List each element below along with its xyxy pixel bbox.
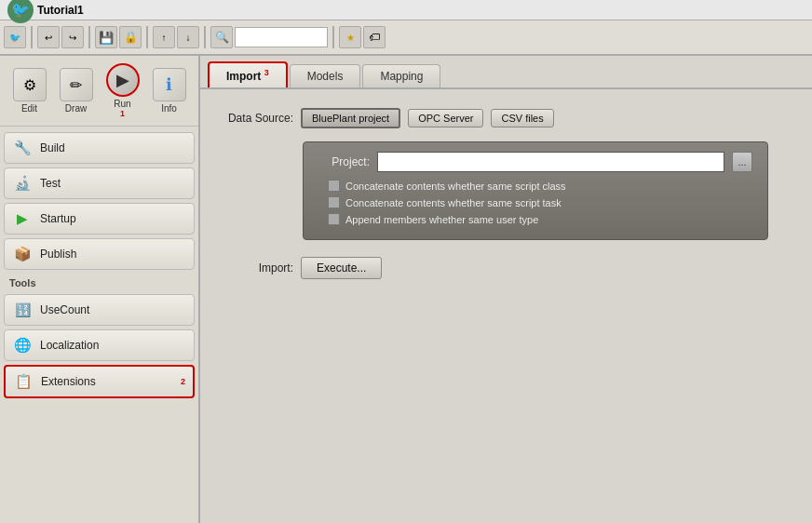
execute-button[interactable]: Execute...	[301, 257, 382, 279]
info-button[interactable]: Info	[149, 68, 190, 114]
tab-import[interactable]: Import 3	[208, 61, 288, 87]
build-icon	[12, 138, 33, 158]
test-label: Test	[40, 177, 61, 190]
publish-icon	[12, 244, 33, 264]
project-label: Project:	[318, 155, 370, 168]
datasource-opcserver-button[interactable]: OPC Server	[408, 109, 483, 127]
project-path-input[interactable]	[377, 152, 724, 172]
save-button[interactable]	[95, 26, 117, 48]
tab-mapping-label: Mapping	[380, 70, 423, 83]
sidebar-item-publish[interactable]: Publish	[4, 238, 195, 270]
draw-icon-box	[60, 68, 93, 101]
extensions-label: Extensions	[41, 375, 96, 388]
checkbox-script-class-label: Concatenate contents whether same script…	[345, 181, 566, 192]
gear-icon	[23, 76, 36, 94]
datasource-row: Data Source: BluePlant project OPC Serve…	[219, 108, 793, 128]
run-label: Run	[114, 99, 130, 109]
test-icon	[12, 173, 33, 194]
startup-label: Startup	[40, 212, 76, 225]
title-bar: 🐦 Tutorial1	[0, 0, 812, 20]
tag-button[interactable]	[363, 26, 386, 48]
window-title: Tutorial1	[37, 4, 84, 17]
toolbar-sep-3	[146, 26, 148, 48]
tab-models[interactable]: Models	[290, 64, 361, 87]
publish-label: Publish	[40, 248, 76, 261]
checkbox-user-type-label: Append members whether same user type	[345, 214, 538, 225]
info-icon	[166, 74, 172, 95]
content-area: Import 3 Models Mapping Data Source: Blu…	[200, 56, 812, 523]
draw-button[interactable]: Draw	[56, 68, 97, 114]
toolbar: 🐦 ↑ ↓	[0, 20, 812, 56]
toolbar-sep-2	[88, 26, 90, 48]
checkbox-row-3: Append members whether same user type	[318, 213, 752, 225]
tools-section-label: Tools	[4, 274, 195, 290]
checkbox-row-2: Concatenate contents whether same script…	[318, 196, 752, 208]
draw-icon	[70, 76, 82, 94]
toolbar-logo[interactable]: 🐦	[4, 26, 26, 48]
toolbar-sep-5	[332, 26, 334, 48]
usecount-label: UseCount	[40, 303, 89, 316]
download-button[interactable]: ↓	[177, 26, 199, 48]
checkbox-row-1: Concatenate contents whether same script…	[318, 180, 752, 192]
project-panel: Project: ... Concatenate contents whethe…	[303, 141, 768, 240]
tabs-bar: Import 3 Models Mapping	[200, 56, 812, 87]
redo-icon	[69, 33, 76, 43]
undo-icon	[45, 33, 52, 43]
import-row: Import: Execute...	[219, 257, 793, 279]
sidebar-item-usecount[interactable]: UseCount	[4, 294, 195, 326]
datasource-blueplant-button[interactable]: BluePlant project	[301, 108, 400, 128]
star-button[interactable]	[339, 26, 361, 48]
localization-icon	[12, 335, 33, 355]
build-label: Build	[40, 141, 65, 154]
project-input-row: Project: ...	[318, 152, 752, 172]
browse-button[interactable]: ...	[732, 152, 752, 172]
app-logo: 🐦	[7, 0, 34, 23]
checkbox-script-task[interactable]	[328, 196, 340, 208]
checkbox-script-class[interactable]	[328, 180, 340, 192]
redo-button[interactable]	[61, 26, 84, 48]
tab-import-label: Import	[226, 70, 261, 83]
edit-icon-box	[13, 68, 47, 101]
localization-label: Localization	[40, 339, 99, 352]
save-icon	[99, 31, 114, 45]
import-label: Import:	[219, 262, 293, 275]
info-label: Info	[161, 103, 177, 114]
tab-import-number: 3	[264, 68, 269, 77]
sidebar-item-build[interactable]: Build	[4, 132, 195, 164]
startup-icon	[12, 208, 33, 229]
tab-models-label: Models	[307, 70, 344, 83]
lock-button[interactable]	[119, 26, 142, 48]
run-icon-box	[106, 63, 140, 97]
checkbox-user-type[interactable]	[328, 213, 340, 225]
extensions-icon	[13, 371, 34, 392]
search-icon	[215, 31, 229, 44]
sidebar-item-test[interactable]: Test	[4, 168, 195, 199]
datasource-label: Data Source:	[219, 112, 293, 125]
toolbar-sep-1	[31, 26, 33, 48]
sidebar-nav: Build Test Startup Publish Tools UseCoun…	[0, 127, 198, 523]
run-number: 1	[120, 109, 125, 118]
edit-label: Edit	[21, 103, 37, 114]
upload-button[interactable]: ↑	[153, 26, 175, 48]
tab-mapping[interactable]: Mapping	[362, 64, 440, 87]
sidebar-top-buttons: Edit Draw Run 1 Info	[0, 56, 198, 127]
sidebar: Edit Draw Run 1 Info	[0, 56, 200, 523]
search-button[interactable]	[210, 26, 233, 48]
extensions-number: 2	[181, 377, 185, 386]
search-input[interactable]	[235, 27, 328, 47]
edit-button[interactable]: Edit	[9, 68, 50, 114]
sidebar-item-startup[interactable]: Startup	[4, 203, 195, 235]
sidebar-item-extensions[interactable]: Extensions 2	[4, 365, 195, 398]
checkbox-script-task-label: Concatenate contents whether same script…	[345, 197, 562, 208]
run-button[interactable]: Run 1	[102, 63, 143, 118]
lock-icon	[124, 31, 138, 44]
usecount-icon	[12, 300, 33, 320]
datasource-csvfiles-button[interactable]: CSV files	[491, 109, 553, 127]
play-icon	[116, 70, 129, 90]
draw-label: Draw	[65, 103, 87, 114]
star-icon	[346, 33, 355, 43]
toolbar-sep-4	[204, 26, 206, 48]
sidebar-item-localization[interactable]: Localization	[4, 329, 195, 361]
main-layout: Edit Draw Run 1 Info	[0, 56, 812, 523]
undo-button[interactable]	[37, 26, 60, 48]
